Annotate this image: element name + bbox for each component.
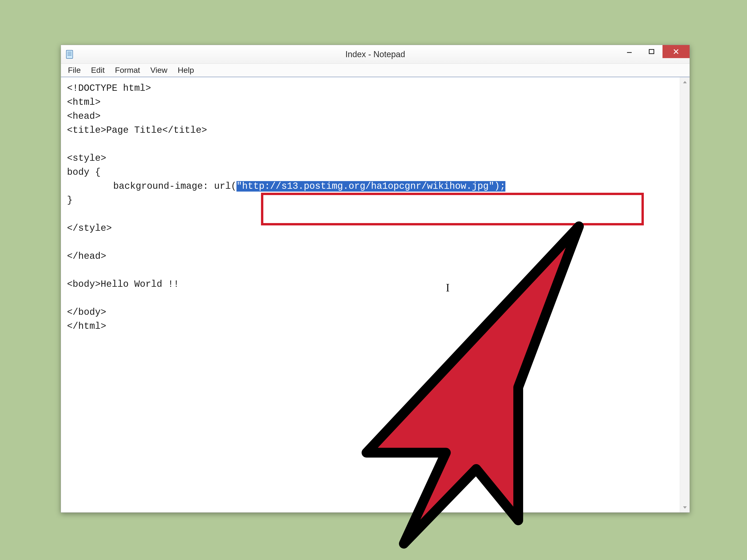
window-title: Index - Notepad (61, 50, 690, 59)
vertical-scrollbar[interactable] (680, 77, 690, 512)
code-line-prefix: background-image: url( (113, 181, 236, 192)
notepad-window: Index - Notepad File Edit Format View He… (61, 45, 690, 513)
code-line: </body> (67, 307, 106, 318)
selected-text: "http://s13.postimg.org/ha1opcgnr/wikiho… (236, 181, 506, 192)
scroll-up-icon[interactable] (680, 77, 690, 87)
code-line: <!DOCTYPE html> (67, 83, 151, 94)
menu-format[interactable]: Format (111, 64, 144, 76)
code-line: <style> (67, 153, 106, 164)
text-content[interactable]: <!DOCTYPE html> <html> <head> <title>Pag… (61, 77, 680, 512)
code-line: </head> (67, 251, 106, 262)
code-line: body { (67, 167, 101, 178)
code-line: <head> (67, 111, 101, 122)
close-button[interactable] (663, 45, 690, 58)
menu-view[interactable]: View (146, 64, 172, 76)
maximize-button[interactable] (640, 45, 663, 58)
svg-rect-6 (649, 50, 654, 54)
menu-edit[interactable]: Edit (87, 64, 109, 76)
scroll-down-icon[interactable] (680, 503, 690, 512)
code-line: </style> (67, 223, 112, 234)
code-line: <html> (67, 97, 101, 108)
notepad-app-icon (65, 50, 75, 59)
menu-bar: File Edit Format View Help (61, 64, 690, 77)
menu-help[interactable]: Help (174, 64, 198, 76)
menu-file[interactable]: File (64, 64, 85, 76)
code-line: } (67, 195, 73, 206)
code-line: <title>Page Title</title> (67, 125, 207, 136)
code-line: </html> (67, 321, 106, 331)
code-line: <body>Hello World !! (67, 279, 179, 290)
minimize-button[interactable] (618, 45, 640, 58)
window-controls (618, 45, 690, 58)
editor-area: <!DOCTYPE html> <html> <head> <title>Pag… (61, 77, 690, 512)
title-bar: Index - Notepad (61, 45, 690, 64)
